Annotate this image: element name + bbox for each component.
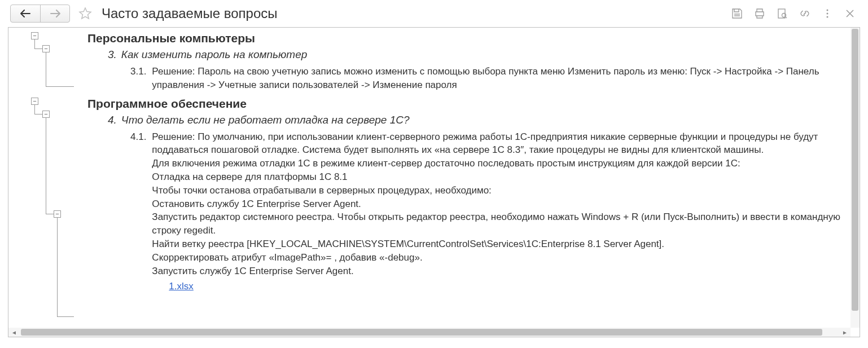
answer-line: Запустить службу 1С Enterprise Server Ag… [152, 265, 854, 278]
tree-line [34, 49, 42, 49]
answer-line: Отладка на сервере для платформы 1С 8.1 [152, 170, 854, 184]
arrow-left-icon [20, 10, 30, 17]
svg-point-5 [827, 16, 828, 18]
question-row: 3. Как изменить пароль на компьютер [108, 47, 854, 63]
question-number: 3. [108, 47, 117, 63]
tree-line [34, 39, 35, 49]
scrollbar-thumb[interactable] [852, 29, 858, 311]
save-button[interactable] [730, 7, 744, 20]
preview-button[interactable] [775, 7, 789, 20]
tree-line [34, 114, 42, 114]
vertical-scrollbar[interactable] [851, 28, 860, 328]
arrow-right-icon [50, 10, 60, 17]
tree-line [46, 52, 46, 86]
answer-line: Чтобы точки останова отрабатывали в серв… [152, 184, 854, 197]
answer-line: Запустить редактор системного реестра. Ч… [152, 210, 854, 237]
answer-line: Найти ветку реестра [HKEY_LOCAL_MACHINE\… [152, 237, 854, 251]
tree-line [34, 105, 35, 114]
toolbar-right [730, 7, 857, 20]
dots-vertical-icon [822, 8, 833, 19]
scroll-left-arrow[interactable]: ◄ [10, 328, 19, 337]
close-button[interactable] [843, 7, 857, 20]
close-icon [845, 9, 854, 18]
answer-body: Решение: По умолчанию, при использовании… [152, 130, 854, 294]
link-icon [799, 8, 810, 19]
question-row: 4. Что делать если не работает отладка н… [108, 113, 854, 128]
more-menu-button[interactable] [821, 7, 834, 20]
tree-toggle[interactable]: − [42, 111, 50, 118]
star-icon [78, 7, 92, 20]
question-text: Что делать если не работает отладка на с… [121, 113, 410, 128]
link-button[interactable] [798, 7, 812, 20]
document-search-icon [777, 8, 788, 19]
document-content: Персональные компьютеры 3. Как изменить … [87, 28, 860, 328]
answer-line: Остановить службу 1С Enterprise Server A… [152, 197, 854, 211]
section-heading: Персональные компьютеры [87, 30, 854, 46]
tree-line [46, 214, 54, 214]
scrollbar-thumb[interactable] [21, 329, 822, 336]
answer-number: 3.1. [130, 65, 146, 92]
tree-gutter: − − − − − [8, 28, 87, 328]
attachment-link[interactable]: 1.xlsx [169, 280, 193, 293]
tree-line [57, 218, 58, 316]
toolbar: Часто задаваемые вопросы [0, 0, 868, 27]
forward-button[interactable] [40, 5, 69, 22]
favorite-button[interactable] [77, 5, 94, 22]
back-button[interactable] [11, 5, 40, 22]
tree-toggle[interactable]: − [31, 32, 38, 39]
printer-icon [754, 8, 765, 19]
diskette-icon [731, 8, 743, 19]
answer-row: 3.1. Решение: Пароль на свою учетную зап… [130, 65, 854, 92]
section-heading: Программное обеспечение [87, 95, 854, 112]
svg-point-4 [827, 13, 828, 15]
page-title: Часто задаваемые вопросы [102, 6, 726, 21]
question-text: Как изменить пароль на компьютер [121, 47, 307, 63]
tree-line [46, 86, 74, 87]
svg-line-2 [786, 17, 787, 19]
answer-line: Для включения режима отладки 1С в режиме… [152, 157, 854, 170]
answer-row: 4.1. Решение: По умолчанию, при использо… [130, 130, 854, 294]
tree-toggle[interactable]: − [42, 45, 50, 52]
answer-text: Решение: Пароль на свою учетную запись м… [152, 65, 854, 92]
content-panel: − − − − − Персональные компьютеры 3. Как… [8, 27, 860, 337]
svg-point-3 [827, 10, 828, 11]
print-button[interactable] [753, 7, 766, 20]
question-number: 4. [108, 113, 117, 128]
tree-line [46, 118, 46, 214]
answer-line: Решение: По умолчанию, при использовании… [152, 130, 854, 157]
nav-buttons-group [10, 5, 70, 23]
answer-body: Решение: Пароль на свою учетную запись м… [152, 65, 854, 92]
horizontal-scrollbar[interactable]: ◄ ► [8, 328, 851, 337]
answer-number: 4.1. [130, 130, 146, 294]
tree-toggle[interactable]: − [31, 98, 38, 105]
scroll-right-arrow[interactable]: ► [840, 328, 849, 337]
tree-toggle[interactable]: − [54, 210, 61, 218]
answer-line: Скорректировать атрибут «ImagePath»= , д… [152, 251, 854, 265]
tree-line [57, 316, 74, 317]
